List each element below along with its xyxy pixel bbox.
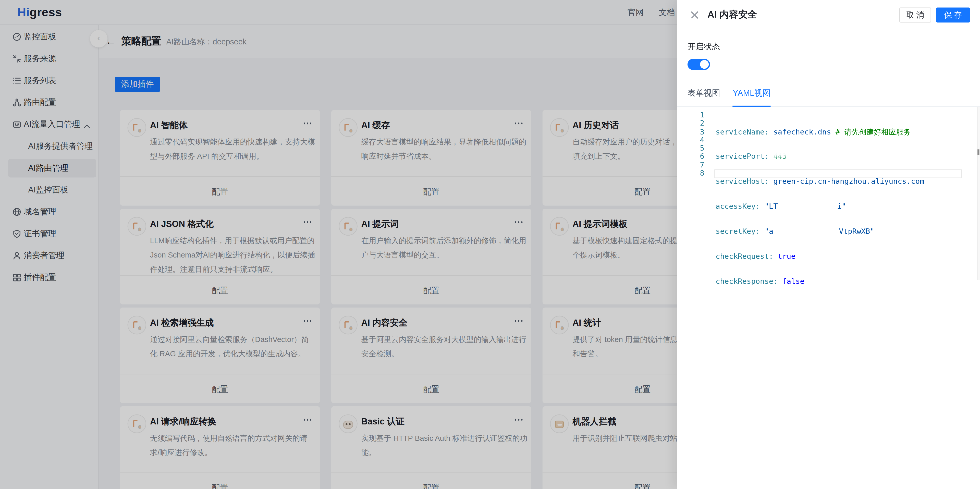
drawer-title: AI 内容安全 [708,9,899,21]
yaml-line [716,303,975,311]
save-button[interactable]: 保 存 [936,7,970,22]
yaml-line: accessKey: "LTi" [716,203,975,211]
drawer-header: AI 内容安全 取 消 保 存 [677,0,980,29]
tab-form-view[interactable]: 表单视图 [687,88,720,106]
yaml-line: checkResponse: false [716,277,975,286]
redacted-secretkey-blur [768,146,843,155]
editor-scrollbar[interactable] [977,107,980,280]
close-icon[interactable] [690,10,699,19]
tab-yaml-view[interactable]: YAML视图 [733,88,770,107]
status-label: 开启状态 [687,41,980,53]
cancel-button[interactable]: 取 消 [899,7,931,22]
higress-console: Higress 官网 文档 监控面板 服务来源 服务列表 路由配置 AI流量入口… [0,0,980,489]
ai-content-security-drawer: AI 内容安全 取 消 保 存 开启状态 表单视图 YAML视图 1 2 3 4… [677,0,980,489]
yaml-editor[interactable]: 1 2 3 4 5 6 7 8 serviceName: safecheck.d… [677,107,980,280]
editor-scrollbar-thumb[interactable] [977,149,979,155]
yaml-line: serviceHost: green-cip.cn-hangzhou.aliyu… [716,178,975,186]
enable-toggle[interactable] [687,59,710,70]
yaml-line: serviceName: safecheck.dns # 请先创建好相应服务 [716,128,975,136]
yaml-code[interactable]: serviceName: safecheck.dns # 请先创建好相应服务 s… [716,111,975,327]
yaml-line: servicePort: 443 [716,153,975,161]
toggle-knob [700,60,709,68]
editor-line-numbers: 1 2 3 4 5 6 7 8 [677,111,704,178]
yaml-line: checkRequest: true [716,253,975,261]
yaml-line: secretKey: "aVtpRwXB" [716,228,975,236]
view-tabs: 表单视图 YAML视图 [677,87,980,107]
drawer-body: 开启状态 表单视图 YAML视图 1 2 3 4 5 6 7 8 [677,41,980,280]
